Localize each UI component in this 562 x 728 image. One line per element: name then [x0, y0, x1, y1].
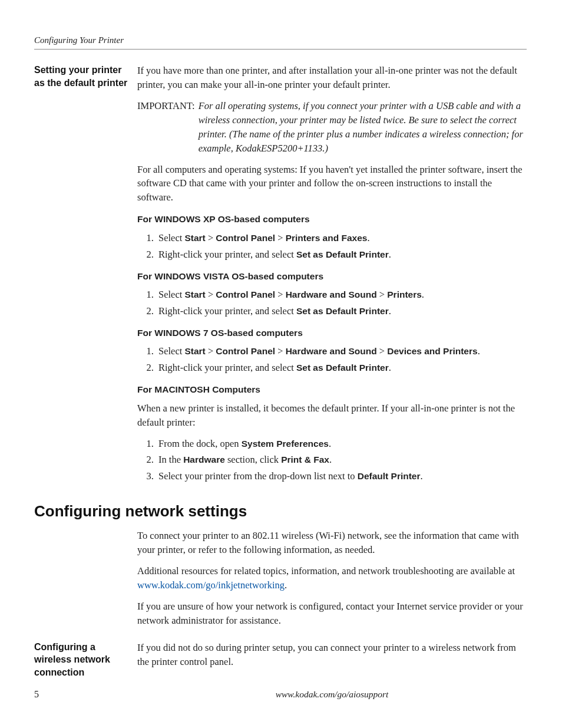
mac-intro: When a new printer is installed, it beco… — [137, 401, 527, 430]
all-systems-paragraph: For all computers and operating systems:… — [137, 163, 527, 205]
mac-step-3: Select your printer from the drop-down l… — [156, 469, 527, 483]
link-inkjetnetworking[interactable]: www.kodak.com/go/inkjetnetworking — [137, 579, 285, 591]
section-wireless-connection: Configuring a wireless network connectio… — [34, 641, 527, 679]
mac-step-2: In the Hardware section, click Print & F… — [156, 453, 527, 467]
content-wireless: If you did not do so during printer setu… — [137, 641, 527, 676]
subhead-win7: For WINDOWS 7 OS-based computers — [137, 327, 527, 340]
subhead-mac: For MACINTOSH Computers — [137, 383, 527, 396]
win7-step-2: Right-click your printer, and select Set… — [156, 361, 527, 375]
side-heading-container-2: Configuring a wireless network connectio… — [34, 641, 137, 679]
running-head: Configuring Your Printer — [34, 35, 527, 45]
steps-xp: Select Start > Control Panel > Printers … — [137, 231, 527, 262]
vista-step-2: Right-click your printer, and select Set… — [156, 304, 527, 318]
content-network-intro: To connect your printer to an 802.11 wir… — [137, 529, 527, 635]
net-p3: If you are unsure of how your network is… — [137, 599, 527, 628]
steps-mac: From the dock, open System Preferences. … — [137, 437, 527, 484]
section-network-intro: To connect your printer to an 802.11 wir… — [34, 529, 527, 635]
important-label: IMPORTANT: — [137, 99, 199, 156]
xp-step-2: Right-click your printer, and select Set… — [156, 248, 527, 262]
page: Configuring Your Printer Setting your pr… — [0, 0, 562, 728]
side-heading-2: Configuring a wireless network connectio… — [34, 641, 130, 679]
win7-step-1: Select Start > Control Panel > Hardware … — [156, 344, 527, 358]
steps-win7: Select Start > Control Panel > Hardware … — [137, 344, 527, 375]
h1-network-settings: Configuring network settings — [34, 502, 527, 521]
subhead-xp: For WINDOWS XP OS-based computers — [137, 213, 527, 226]
net-p1: To connect your printer to an 802.11 wir… — [137, 529, 527, 557]
important-text: For all operating systems, if you connec… — [199, 99, 527, 156]
steps-vista: Select Start > Control Panel > Hardware … — [137, 288, 527, 318]
section-default-printer: Setting your printer as the default prin… — [34, 64, 527, 489]
mac-step-1: From the dock, open System Preferences. — [156, 437, 527, 451]
page-number: 5 — [34, 689, 137, 700]
header-rule — [34, 49, 527, 50]
content-default-printer: If you have more than one printer, and a… — [137, 64, 527, 489]
xp-step-1: Select Start > Control Panel > Printers … — [156, 231, 527, 245]
footer-url: www.kodak.com/go/aiosupport — [137, 689, 527, 700]
side-heading-1: Setting your printer as the default prin… — [34, 64, 130, 89]
important-block: IMPORTANT: For all operating systems, if… — [137, 99, 527, 156]
net-p2: Additional resources for related topics,… — [137, 564, 527, 592]
side-heading-container: Setting your printer as the default prin… — [34, 64, 137, 89]
intro-paragraph: If you have more than one printer, and a… — [137, 64, 527, 92]
subhead-vista: For WINDOWS VISTA OS-based computers — [137, 270, 527, 283]
wireless-p1: If you did not do so during printer setu… — [137, 641, 527, 669]
footer: 5 www.kodak.com/go/aiosupport — [34, 689, 527, 700]
vista-step-1: Select Start > Control Panel > Hardware … — [156, 288, 527, 302]
